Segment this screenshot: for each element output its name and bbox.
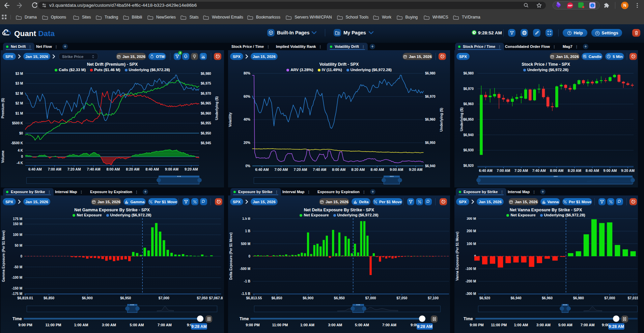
svg-text:$6,920: $6,920: [479, 296, 490, 300]
svg-text:Vanna Exposure (Per $1 Move): Vanna Exposure (Per $1 Move): [455, 232, 459, 281]
svg-text:300 M: 300 M: [467, 217, 476, 220]
svg-text:8:00 AM: 8:00 AM: [332, 168, 345, 172]
svg-text:150 M: 150 M: [13, 222, 22, 226]
svg-text:0: 0: [20, 254, 22, 258]
svg-text:8:20 AM: 8:20 AM: [568, 169, 581, 173]
svg-text:$6,975: $6,975: [201, 82, 211, 85]
svg-text:$7,100: $7,100: [428, 296, 439, 300]
svg-text:Underlying ($): Underlying ($): [439, 108, 443, 132]
svg-text:$2 M: $2 M: [16, 92, 23, 95]
svg-text:$7,050: $7,050: [396, 296, 407, 300]
svg-text:$6,930: $6,930: [463, 148, 474, 152]
svg-text:9:20 AM: 9:20 AM: [185, 167, 198, 171]
svg-text:$6,980: $6,980: [573, 296, 584, 300]
svg-text:$6,950: $6,950: [425, 141, 436, 145]
svg-text:7:00 AM: 7:00 AM: [274, 168, 288, 172]
svg-text:8:00 AM: 8:00 AM: [106, 167, 120, 171]
svg-text:50 M: 50 M: [15, 244, 22, 247]
svg-text:500 M: 500 M: [241, 242, 250, 246]
svg-text:175 M: 175 M: [13, 217, 22, 221]
svg-text:8:20 AM: 8:20 AM: [126, 167, 139, 171]
svg-text:1.5 B: 1.5 B: [242, 217, 250, 220]
svg-text:4 K: 4 K: [18, 149, 23, 152]
svg-text:-100 M: -100 M: [12, 276, 22, 279]
svg-text:$6,850: $6,850: [44, 296, 54, 300]
svg-text:Gamma Exposure (Per $1 Move): Gamma Exposure (Per $1 Move): [2, 231, 5, 282]
svg-text:-$500 K: -$500 K: [11, 141, 23, 145]
svg-text:0: 0: [21, 155, 23, 158]
svg-text:Underlying ($): Underlying ($): [215, 96, 219, 120]
svg-text:-300 M: -300 M: [466, 292, 476, 296]
svg-text:$3 M: $3 M: [16, 82, 23, 85]
svg-text:$6,960: $6,960: [425, 118, 436, 121]
svg-text:$7,067.8: $7,067.8: [209, 296, 223, 300]
svg-text:$6,950: $6,950: [334, 296, 345, 300]
svg-text:$6,970: $6,970: [201, 92, 211, 95]
svg-text:0%: 0%: [246, 164, 251, 168]
svg-text:8:40 AM: 8:40 AM: [586, 169, 599, 173]
svg-text:-175 M: -175 M: [12, 292, 22, 296]
svg-text:$6,960: $6,960: [542, 296, 553, 300]
svg-text:0: 0: [248, 254, 250, 258]
svg-text:$6,955: $6,955: [201, 121, 211, 125]
svg-text:7:40 AM: 7:40 AM: [87, 167, 101, 171]
svg-text:-1.5 B: -1.5 B: [241, 292, 250, 296]
svg-text:7:40 AM: 7:40 AM: [313, 168, 326, 172]
svg-text:Volatility: Volatility: [228, 112, 232, 127]
svg-text:$7,000: $7,000: [365, 296, 376, 300]
svg-text:$1 M: $1 M: [16, 112, 23, 115]
svg-text:8:40 AM: 8:40 AM: [370, 168, 384, 172]
svg-text:$6,970: $6,970: [425, 95, 436, 98]
svg-text:$6,920: $6,920: [463, 164, 474, 168]
svg-text:$6,940: $6,940: [425, 164, 436, 168]
svg-text:1 B: 1 B: [245, 229, 250, 233]
svg-text:-100 M: -100 M: [466, 267, 476, 271]
svg-text:-200 M: -200 M: [466, 279, 476, 283]
svg-text:$6,980: $6,980: [201, 72, 211, 75]
svg-text:$6,850: $6,850: [271, 296, 282, 300]
svg-text:Delta Exposure (Per $1 Move): Delta Exposure (Per $1 Move): [229, 233, 233, 280]
svg-text:$6,980: $6,980: [425, 71, 436, 75]
svg-text:$6,960: $6,960: [201, 112, 211, 115]
svg-text:6:40 AM: 6:40 AM: [28, 167, 42, 171]
svg-text:Underlying ($): Underlying ($): [459, 108, 464, 131]
svg-text:$6,813.55: $6,813.55: [246, 296, 262, 300]
svg-text:100 M: 100 M: [13, 233, 22, 237]
svg-text:9:20 AM: 9:20 AM: [621, 169, 635, 173]
svg-text:$6,900: $6,900: [82, 296, 93, 300]
svg-text:-4 K: -4 K: [17, 161, 23, 165]
svg-text:$6,950: $6,950: [120, 296, 131, 300]
svg-text:$6,960: $6,960: [463, 102, 474, 106]
svg-text:$0: $0: [19, 131, 23, 135]
svg-text:200 M: 200 M: [467, 229, 476, 233]
svg-text:$7,000: $7,000: [159, 296, 169, 300]
svg-text:7:20 AM: 7:20 AM: [293, 168, 307, 172]
svg-text:6:40 AM: 6:40 AM: [255, 168, 269, 172]
svg-text:9:00 AM: 9:00 AM: [390, 168, 403, 172]
svg-text:40%: 40%: [244, 118, 250, 121]
svg-text:$6,950: $6,950: [201, 131, 211, 135]
svg-text:8:40 AM: 8:40 AM: [145, 167, 159, 171]
svg-text:80%: 80%: [244, 71, 250, 75]
svg-text:9:00 AM: 9:00 AM: [603, 169, 617, 173]
svg-text:-50 M: -50 M: [13, 265, 22, 269]
svg-text:$6,819.01: $6,819.01: [17, 296, 33, 300]
svg-text:6:40 AM: 6:40 AM: [479, 169, 493, 173]
svg-text:$6,980: $6,980: [463, 71, 474, 75]
svg-text:7:20 AM: 7:20 AM: [67, 167, 81, 171]
svg-text:7:00 AM: 7:00 AM: [497, 169, 510, 173]
svg-text:$7,015: $7,015: [628, 296, 638, 300]
svg-text:$500 K: $500 K: [12, 121, 23, 125]
svg-text:100 M: 100 M: [467, 242, 476, 246]
svg-text:$6,970: $6,970: [463, 87, 474, 91]
svg-text:9:20 AM: 9:20 AM: [409, 168, 422, 172]
svg-text:$2 M: $2 M: [16, 101, 23, 105]
svg-text:$6,940: $6,940: [511, 296, 522, 300]
svg-text:9:00 AM: 9:00 AM: [165, 167, 178, 171]
svg-text:-150 M: -150 M: [12, 286, 22, 290]
svg-text:$6,900: $6,900: [303, 296, 313, 300]
svg-text:-1 B: -1 B: [244, 279, 250, 283]
svg-text:$7,000: $7,000: [604, 296, 615, 300]
svg-text:$6,945: $6,945: [201, 141, 211, 145]
svg-text:$3 M: $3 M: [16, 72, 23, 75]
